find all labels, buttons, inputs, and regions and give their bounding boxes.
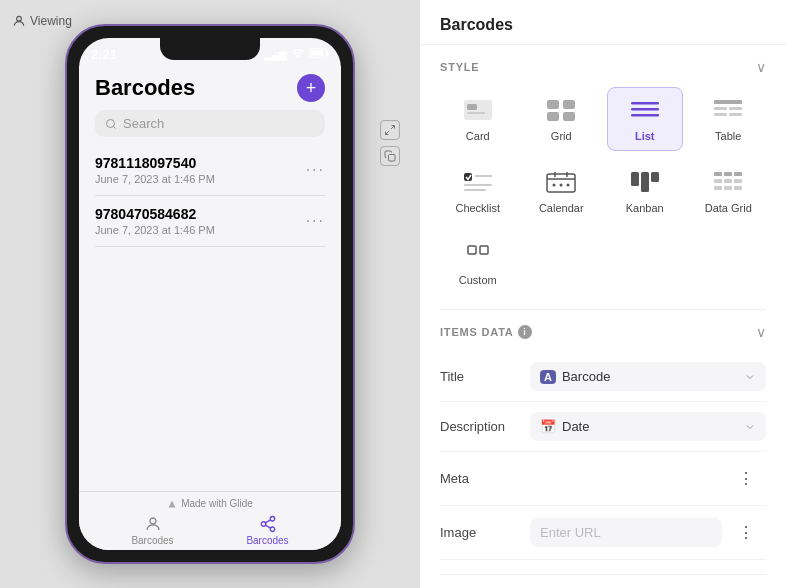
- barcode-item[interactable]: 9781118097540 June 7, 2023 at 1:46 PM ··…: [95, 145, 325, 196]
- svg-rect-21: [563, 100, 575, 109]
- checklist-icon: [460, 168, 496, 196]
- image-row: Image Enter URL ⋮: [440, 506, 766, 560]
- kanban-icon: [627, 168, 663, 196]
- svg-line-1: [391, 126, 395, 130]
- info-icon: i: [518, 325, 532, 339]
- tab-barcodes-2[interactable]: Barcodes: [246, 515, 288, 546]
- battery-icon: [309, 48, 329, 60]
- svg-marker-10: [169, 500, 176, 507]
- datagrid-icon: [710, 168, 746, 196]
- image-label: Image: [440, 525, 530, 540]
- svg-point-41: [560, 184, 563, 187]
- style-table[interactable]: Table: [691, 87, 767, 151]
- description-row: Description 📅 Date: [440, 402, 766, 452]
- svg-rect-23: [563, 112, 575, 121]
- svg-rect-55: [468, 246, 476, 254]
- style-kanban[interactable]: Kanban: [607, 159, 683, 223]
- svg-rect-26: [631, 114, 659, 117]
- barcode-date: June 7, 2023 at 1:46 PM: [95, 224, 215, 236]
- style-calendar[interactable]: Calendar: [524, 159, 600, 223]
- svg-rect-49: [714, 179, 722, 183]
- glide-icon: [167, 499, 177, 509]
- svg-point-11: [150, 518, 156, 524]
- meta-row: Meta ⋮: [440, 452, 766, 506]
- title-value[interactable]: A Barcode: [530, 362, 766, 391]
- grid-label: Grid: [551, 130, 572, 142]
- svg-rect-35: [464, 189, 486, 191]
- svg-rect-28: [714, 107, 727, 110]
- signal-icon: ▂▄▆: [264, 49, 287, 60]
- expand-icon: [380, 120, 400, 140]
- style-card[interactable]: Card: [440, 87, 516, 151]
- title-type-icon: A: [540, 370, 556, 384]
- phone-notch: [160, 38, 260, 60]
- svg-rect-33: [475, 175, 492, 177]
- svg-rect-54: [734, 186, 742, 190]
- add-button[interactable]: +: [297, 74, 325, 102]
- table-label: Table: [715, 130, 741, 142]
- barcode-item[interactable]: 9780470584682 June 7, 2023 at 1:46 PM ··…: [95, 196, 325, 247]
- card-icon: [460, 96, 496, 124]
- description-field-value: Date: [562, 419, 589, 434]
- svg-rect-3: [389, 155, 396, 162]
- calendar-label: Calendar: [539, 202, 584, 214]
- svg-rect-7: [310, 50, 323, 56]
- title-row: Title A Barcode: [440, 352, 766, 402]
- actions-section: ACTIONS ∨: [440, 575, 766, 588]
- style-grid-item[interactable]: Grid: [524, 87, 600, 151]
- svg-point-13: [261, 522, 266, 527]
- app-title: Barcodes: [95, 75, 195, 101]
- items-data-chevron-icon: ∨: [756, 324, 766, 340]
- tab-barcodes-1[interactable]: Barcodes: [131, 515, 173, 546]
- grid-icon: [543, 96, 579, 124]
- meta-more-icon[interactable]: ⋮: [728, 462, 766, 495]
- style-custom[interactable]: Custom: [440, 231, 516, 295]
- svg-rect-24: [631, 102, 659, 105]
- svg-rect-31: [729, 113, 742, 116]
- app-header: Barcodes +: [79, 66, 341, 110]
- svg-rect-17: [464, 100, 492, 120]
- style-list[interactable]: List: [607, 87, 683, 151]
- barcode-more-icon[interactable]: ···: [306, 212, 325, 230]
- tab-label-1: Barcodes: [131, 535, 173, 546]
- search-bar[interactable]: Search: [95, 110, 325, 137]
- svg-point-14: [270, 527, 275, 532]
- barcode-more-icon[interactable]: ···: [306, 161, 325, 179]
- tab-label-2: Barcodes: [246, 535, 288, 546]
- svg-rect-22: [547, 112, 559, 121]
- datagrid-label: Data Grid: [705, 202, 752, 214]
- phone-time: 2:21: [91, 47, 117, 62]
- items-data-label: ITEMS DATA: [440, 326, 514, 338]
- svg-point-0: [17, 16, 22, 21]
- phone-panel: Viewing 2:21 ▂▄▆: [0, 0, 420, 588]
- title-label: Title: [440, 369, 530, 384]
- list-label: List: [635, 130, 655, 142]
- list-icon: [627, 96, 663, 124]
- barcode-number: 9781118097540: [95, 155, 215, 171]
- svg-line-2: [386, 131, 390, 135]
- svg-rect-18: [467, 104, 477, 110]
- search-icon: [105, 118, 117, 130]
- svg-rect-53: [724, 186, 732, 190]
- style-checklist[interactable]: Checklist: [440, 159, 516, 223]
- items-data-section: ITEMS DATA i ∨ Title A Barcode: [440, 310, 766, 575]
- svg-rect-29: [729, 107, 742, 110]
- title-chevron-icon: [744, 371, 756, 383]
- svg-rect-19: [467, 112, 485, 114]
- svg-rect-56: [480, 246, 488, 254]
- svg-rect-27: [714, 100, 742, 104]
- image-more-icon[interactable]: ⋮: [728, 516, 766, 549]
- image-value[interactable]: Enter URL: [530, 518, 722, 547]
- kanban-label: Kanban: [626, 202, 664, 214]
- style-section-label: STYLE: [440, 61, 479, 73]
- barcode-date: June 7, 2023 at 1:46 PM: [95, 173, 215, 185]
- style-section: STYLE ∨ Card: [440, 45, 766, 310]
- svg-rect-44: [641, 172, 649, 192]
- svg-rect-46: [714, 172, 722, 176]
- style-datagrid[interactable]: Data Grid: [691, 159, 767, 223]
- svg-point-8: [107, 119, 115, 127]
- custom-icon: [460, 240, 496, 268]
- search-placeholder: Search: [123, 116, 164, 131]
- barcode-list: 9781118097540 June 7, 2023 at 1:46 PM ··…: [79, 145, 341, 491]
- description-value[interactable]: 📅 Date: [530, 412, 766, 441]
